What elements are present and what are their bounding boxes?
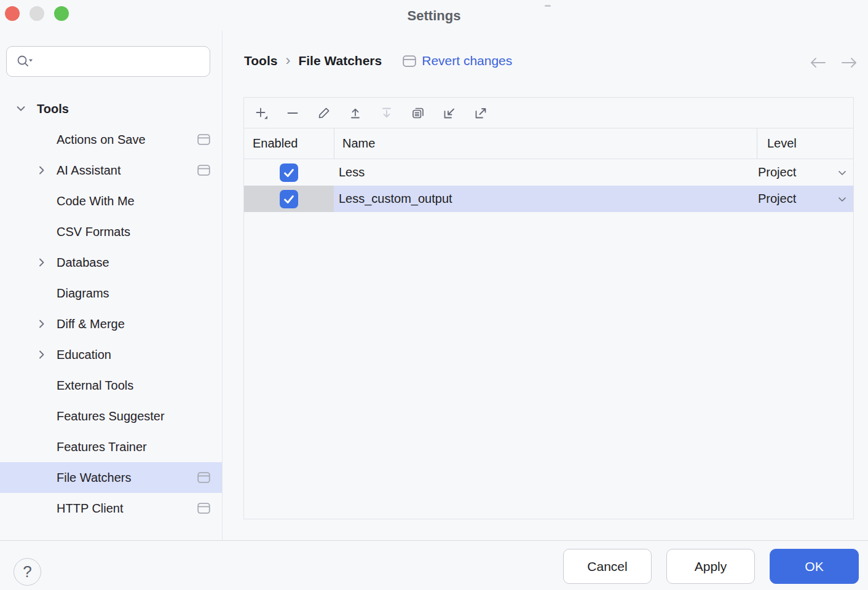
modified-settings-icon xyxy=(403,55,416,67)
checkmark-icon xyxy=(282,192,296,206)
apply-button[interactable]: Apply xyxy=(666,549,755,584)
breadcrumb-separator: › xyxy=(285,52,290,69)
sidebar-item-label: Education xyxy=(57,348,111,362)
sidebar-item-code-with-me[interactable]: Code With Me xyxy=(0,186,222,216)
cancel-button[interactable]: Cancel xyxy=(563,549,652,584)
add-watcher-button[interactable] xyxy=(254,106,269,120)
back-arrow-button[interactable] xyxy=(809,57,826,69)
sidebar-item-label: AI Assistant xyxy=(57,163,121,178)
settings-page-icon xyxy=(197,503,210,514)
settings-tree: Tools Actions on Save AI Assistant xyxy=(0,93,222,524)
enabled-cell xyxy=(244,159,334,186)
sidebar-item-label: CSV Formats xyxy=(57,225,130,239)
sidebar-item-label: Tools xyxy=(37,102,69,116)
chevron-down-icon xyxy=(837,167,848,178)
footer-divider xyxy=(0,540,868,541)
duplicate-watcher-button[interactable] xyxy=(411,106,425,120)
sidebar-item-label: Code With Me xyxy=(57,194,135,208)
column-header-enabled: Enabled xyxy=(244,128,334,159)
help-label: ? xyxy=(23,562,31,581)
table-header: Enabled Name Level xyxy=(244,128,853,159)
sidebar-divider xyxy=(222,31,223,540)
move-down-button[interactable] xyxy=(379,106,394,120)
sidebar-item-label: Database xyxy=(57,256,109,270)
sidebar-item-tools[interactable]: Tools xyxy=(0,93,222,124)
chevron-down-icon xyxy=(837,194,848,205)
chevron-right-icon[interactable] xyxy=(37,258,47,267)
level-select[interactable]: Project xyxy=(757,186,853,212)
sidebar-item-diff-merge[interactable]: Diff & Merge xyxy=(0,309,222,339)
sidebar-item-label: Diff & Merge xyxy=(57,317,125,331)
revert-changes-link[interactable]: Revert changes xyxy=(422,53,512,68)
watchers-toolbar xyxy=(244,98,853,128)
search-icon[interactable] xyxy=(16,54,33,69)
chevron-right-icon[interactable] xyxy=(37,165,47,175)
remove-watcher-button[interactable] xyxy=(285,106,300,120)
enabled-cell xyxy=(244,186,334,212)
settings-sidebar: Tools Actions on Save AI Assistant xyxy=(0,0,222,540)
enabled-checkbox[interactable] xyxy=(280,163,298,182)
help-button[interactable]: ? xyxy=(14,558,41,586)
sidebar-item-features-suggester[interactable]: Features Suggester xyxy=(0,401,222,431)
settings-window: Settings Tools Actions on Save xyxy=(0,0,868,590)
enabled-checkbox[interactable] xyxy=(280,190,298,208)
level-value: Project xyxy=(758,165,796,179)
sidebar-item-ai-assistant[interactable]: AI Assistant xyxy=(0,155,222,186)
settings-page-icon xyxy=(197,165,210,176)
sidebar-item-label: Actions on Save xyxy=(57,133,146,147)
edit-watcher-button[interactable] xyxy=(317,106,331,120)
level-select[interactable]: Project xyxy=(757,159,853,186)
sidebar-item-label: Diagrams xyxy=(57,286,109,301)
watcher-name-cell: Less_custom_output xyxy=(334,186,757,212)
search-input[interactable] xyxy=(33,55,210,69)
watcher-row-less[interactable]: Less Project xyxy=(244,159,853,186)
sidebar-item-label: Features Trainer xyxy=(57,440,147,454)
column-header-name: Name xyxy=(334,128,757,159)
level-value: Project xyxy=(758,192,796,206)
settings-page-icon xyxy=(197,472,210,483)
export-watchers-button[interactable] xyxy=(473,106,488,120)
screen-artifact xyxy=(545,5,551,7)
sidebar-item-label: File Watchers xyxy=(57,471,132,485)
file-watchers-panel: Enabled Name Level Less Project xyxy=(243,97,854,519)
breadcrumb-tools[interactable]: Tools xyxy=(244,53,277,68)
settings-page-icon xyxy=(197,134,210,145)
sidebar-item-diagrams[interactable]: Diagrams xyxy=(0,278,222,309)
sidebar-item-http-client[interactable]: HTTP Client xyxy=(0,493,222,524)
ok-button[interactable]: OK xyxy=(770,549,859,584)
move-up-button[interactable] xyxy=(348,106,363,120)
chevron-right-icon[interactable] xyxy=(37,319,47,329)
forward-arrow-button[interactable] xyxy=(841,57,858,69)
settings-search-field[interactable] xyxy=(6,46,210,77)
sidebar-item-label: External Tools xyxy=(57,379,133,393)
sidebar-item-external-tools[interactable]: External Tools xyxy=(0,370,222,401)
sidebar-item-label: HTTP Client xyxy=(57,502,124,516)
sidebar-item-actions-on-save[interactable]: Actions on Save xyxy=(0,124,222,155)
chevron-right-icon[interactable] xyxy=(37,350,47,360)
watcher-name-cell: Less xyxy=(334,159,757,186)
sidebar-item-label: Features Suggester xyxy=(57,409,165,423)
sidebar-item-features-trainer[interactable]: Features Trainer xyxy=(0,431,222,462)
column-header-level: Level xyxy=(757,128,853,159)
breadcrumb-file-watchers: File Watchers xyxy=(298,53,382,68)
sidebar-item-file-watchers[interactable]: File Watchers xyxy=(0,462,222,493)
sidebar-item-database[interactable]: Database xyxy=(0,247,222,278)
sidebar-item-csv-formats[interactable]: CSV Formats xyxy=(0,216,222,247)
sidebar-item-education[interactable]: Education xyxy=(0,339,222,370)
checkmark-icon xyxy=(282,166,296,179)
import-watchers-button[interactable] xyxy=(442,106,457,120)
watcher-row-less-custom-output[interactable]: Less_custom_output Project xyxy=(244,186,853,212)
chevron-down-icon[interactable] xyxy=(16,104,26,114)
breadcrumb: Tools › File Watchers Revert changes xyxy=(244,51,512,71)
